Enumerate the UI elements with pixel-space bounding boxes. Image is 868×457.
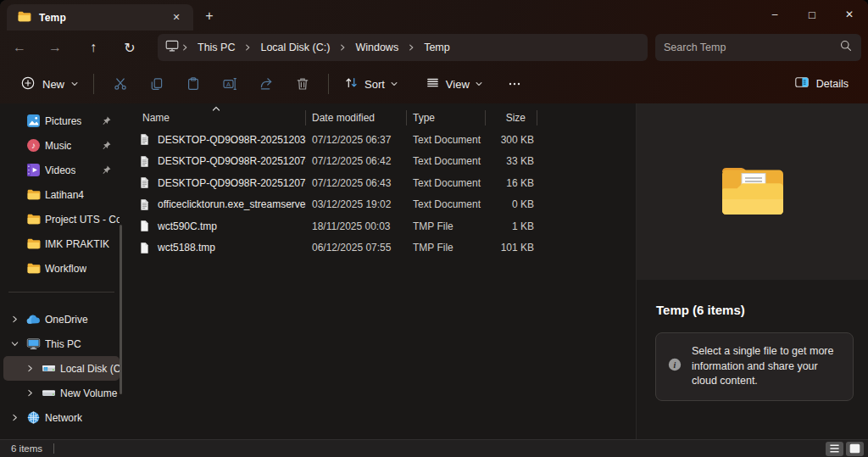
sidebar-item-music[interactable]: ♪Music	[3, 133, 120, 158]
file-type-cell: Text Document	[407, 177, 486, 189]
text-document-icon	[138, 176, 151, 189]
view-lines-icon	[426, 75, 440, 92]
sidebar-item-onedrive[interactable]: OneDrive	[3, 307, 120, 332]
sidebar-item-this-pc[interactable]: This PC	[3, 332, 120, 356]
file-type-cell: Text Document	[407, 134, 486, 146]
breadcrumb-item-windows[interactable]: Windows	[348, 42, 406, 53]
sidebar-item-network[interactable]: Network	[3, 405, 120, 430]
file-date-cell: 07/12/2025 06:43	[306, 177, 407, 189]
chevron-right-icon[interactable]	[8, 413, 21, 422]
search-box[interactable]	[655, 34, 861, 61]
toolbar-separator	[328, 74, 329, 94]
new-tab-button[interactable]: +	[198, 6, 220, 26]
window-controls: – □ ✕	[756, 0, 868, 29]
sidebar-item-local-disk-c[interactable]: Local Disk (C:)	[3, 356, 120, 381]
folder-icon	[17, 9, 31, 26]
up-icon[interactable]: ↑	[79, 34, 108, 61]
file-date-cell: 07/12/2025 06:37	[306, 134, 407, 146]
minimize-icon[interactable]: –	[756, 0, 793, 29]
file-row-officeclicktorun-exe-streamserver-202512[interactable]: officeclicktorun.exe_streamserver(202512…	[127, 194, 636, 216]
sidebar-item-label: This PC	[45, 338, 81, 350]
info-card: i Select a single file to get more infor…	[655, 332, 854, 401]
sort-button[interactable]: Sort	[337, 70, 406, 98]
details-view-toggle-icon[interactable]	[826, 442, 843, 456]
paste-button[interactable]	[175, 70, 211, 98]
text-document-icon	[138, 133, 151, 146]
close-icon[interactable]: ✕	[831, 0, 868, 29]
sidebar-scrollbar[interactable]	[120, 225, 122, 394]
refresh-icon[interactable]: ↻	[115, 34, 144, 61]
file-name-cell: wct5188.tmp	[127, 242, 306, 254]
column-header-name[interactable]: Name	[127, 109, 306, 126]
chevron-right-icon[interactable]	[24, 364, 36, 373]
file-name: officeclicktorun.exe_streamserver(202512…	[158, 198, 306, 210]
file-area: Name Date modified Type Size DESKTOP-QD9…	[123, 103, 637, 439]
rename-button[interactable]: A	[211, 70, 248, 98]
search-input[interactable]	[664, 42, 839, 53]
file-row-wct5188-tmp[interactable]: wct5188.tmp06/12/2025 07:55TMP File101 K…	[127, 237, 636, 259]
column-header-type[interactable]: Type	[407, 109, 486, 126]
file-name: DESKTOP-QD9O98R-20251203-1902	[158, 134, 306, 146]
delete-button[interactable]	[284, 70, 320, 98]
pin-icon	[101, 140, 120, 151]
preview-title: Temp (6 items)	[656, 303, 868, 317]
chevron-right-icon[interactable]	[8, 315, 21, 324]
sidebar-item-new-volume-i[interactable]: New Volume (I	[3, 381, 120, 405]
forward-icon[interactable]: →	[41, 34, 70, 61]
share-button[interactable]	[248, 70, 284, 98]
file-type-cell: TMP File	[407, 242, 486, 254]
search-icon	[839, 39, 853, 56]
view-button-label: View	[446, 78, 470, 91]
status-divider	[53, 443, 54, 454]
sidebar-item-label: Workflow	[45, 263, 86, 275]
blank-file-icon	[138, 220, 151, 232]
view-button[interactable]: View	[418, 70, 491, 98]
toolbar-separator	[93, 74, 94, 94]
file-name: DESKTOP-QD9O98R-20251207-0643	[158, 177, 306, 189]
chevron-down-icon[interactable]	[8, 339, 21, 348]
file-row-desktop-qd9o98r-20251203-1902[interactable]: DESKTOP-QD9O98R-20251203-190207/12/2025 …	[127, 129, 636, 151]
status-bar: 6 items	[0, 439, 868, 457]
breadcrumb-item-local-disk-c[interactable]: Local Disk (C:)	[253, 42, 337, 53]
sidebar-item-workflow[interactable]: Workflow	[3, 256, 120, 281]
file-explorer-window: Temp ✕ + – □ ✕ ← → ↑ ↻ This PCLocal Disk…	[0, 0, 868, 457]
column-header-size[interactable]: Size	[486, 109, 537, 126]
column-header-date-modified[interactable]: Date modified	[306, 109, 407, 126]
sidebar-item-latihan4[interactable]: Latihan4	[3, 182, 120, 207]
thispc-icon	[25, 337, 41, 351]
sidebar-item-imk-praktik[interactable]: IMK PRAKTIK	[3, 231, 120, 256]
large-folder-icon	[717, 162, 788, 221]
tab-title: Temp	[39, 12, 159, 24]
address-bar[interactable]: This PCLocal Disk (C:)WindowsTemp	[158, 34, 648, 61]
sidebar: Pictures♪MusicVideosLatihan4Project UTS …	[0, 103, 123, 439]
file-row-desktop-qd9o98r-20251207-0642[interactable]: DESKTOP-QD9O98R-20251207-064207/12/2025 …	[127, 151, 636, 173]
info-icon: i	[667, 357, 682, 376]
tab-temp[interactable]: Temp ✕	[7, 4, 193, 31]
file-row-wct590c-tmp[interactable]: wct590C.tmp18/11/2025 00:03TMP File1 KB	[127, 215, 636, 237]
new-button-label: New	[42, 78, 64, 91]
copy-button[interactable]	[138, 70, 175, 98]
new-button[interactable]: New	[14, 70, 86, 98]
network-icon	[25, 410, 41, 425]
sidebar-item-label: Local Disk (C:)	[60, 363, 120, 375]
breadcrumb-item-this-pc[interactable]: This PC	[190, 42, 242, 53]
videos-icon	[25, 163, 41, 177]
sidebar-item-project-uts-co[interactable]: Project UTS - Co	[3, 207, 120, 231]
maximize-icon[interactable]: □	[793, 0, 831, 29]
file-size-cell: 101 KB	[486, 242, 537, 254]
file-name-cell: wct590C.tmp	[127, 220, 306, 232]
breadcrumb-item-temp[interactable]: Temp	[416, 42, 458, 53]
sidebar-item-videos[interactable]: Videos	[3, 158, 120, 182]
chevron-right-icon[interactable]	[24, 388, 36, 398]
sidebar-item-pictures[interactable]: Pictures	[3, 109, 120, 133]
tab-close-icon[interactable]: ✕	[166, 8, 186, 27]
cut-button[interactable]	[102, 70, 138, 98]
see-more-icon[interactable]	[498, 70, 531, 98]
details-pane-button[interactable]: Details	[787, 70, 856, 98]
sidebar-separator	[8, 292, 114, 293]
file-name: DESKTOP-QD9O98R-20251207-0642	[158, 155, 306, 167]
large-icons-view-toggle-icon[interactable]	[846, 442, 864, 456]
disk-icon	[41, 386, 56, 400]
back-icon[interactable]: ←	[5, 34, 34, 61]
file-row-desktop-qd9o98r-20251207-0643[interactable]: DESKTOP-QD9O98R-20251207-064307/12/2025 …	[127, 172, 636, 194]
